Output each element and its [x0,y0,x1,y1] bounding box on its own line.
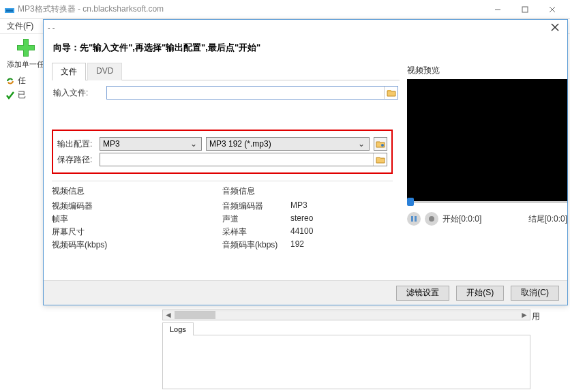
maximize-button[interactable] [511,1,539,18]
video-size-label: 屏幕尺寸 [52,226,120,238]
audio-info-col: 音频信息 音频编码器MP3 声道stereo 采样率44100 音频码率(kbp… [222,185,393,252]
video-encoder-label: 视频编码器 [52,200,120,212]
output-format-select[interactable]: MP3 ⌄ [100,137,202,151]
play-pause-button[interactable] [407,212,421,226]
dialog-footer: 滤镜设置 开始(S) 取消(C) [44,280,567,305]
svg-point-13 [381,144,384,147]
wizard-dialog: - - 向导：先"输入文件",再选择"输出配置",最后点"开始" 文件 DVD … [43,19,568,305]
svg-point-16 [429,216,434,222]
video-preview-panel: 视频预览 [407,62,567,202]
seek-track [407,201,567,203]
dialog-titlebar: - - [44,20,567,35]
output-config-section: 输出配置: MP3 ⌄ MP3 192 (*.mp3) ⌄ 保存路径: [52,130,393,174]
output-config-label: 输出配置: [57,138,95,150]
check-icon [5,91,15,100]
output-profile-select[interactable]: MP3 192 (*.mp3) ⌄ [206,137,370,151]
filter-settings-button[interactable]: 滤镜设置 [396,286,449,301]
scroll-thumb[interactable] [175,311,215,319]
tree-item-label: 已 [18,89,26,101]
video-preview-label: 视频预览 [407,62,567,79]
player-controls: 开始[0:0:0] 结尾[0:0:0] [407,197,567,226]
media-info-section: 视频信息 视频编码器 帧率 屏幕尺寸 视频码率(kbps) 音频信息 音频编码器… [52,181,393,252]
stop-button[interactable] [425,212,438,226]
end-time-group: 结尾[0:0:0] [528,213,567,225]
dialog-close-button[interactable] [547,20,563,34]
end-label: 结尾 [528,214,545,224]
audio-channel-label: 声道 [222,213,290,225]
input-file-field[interactable] [107,87,384,99]
seek-thumb[interactable] [407,198,414,206]
svg-rect-14 [411,216,413,222]
tree-item-label: 任 [18,75,26,87]
main-titlebar: MP3格式转换器 - cn.blacksharksoft.com [0,0,570,19]
audio-bitrate-label: 音频码率(kbps) [222,239,290,251]
logs-textarea[interactable] [162,335,530,389]
plus-icon [15,37,37,59]
add-single-task-label: 添加单一任 [7,59,44,70]
minimize-button[interactable] [484,1,511,18]
cancel-button[interactable]: 取消(C) [511,286,559,301]
browse-input-button[interactable] [384,87,397,99]
video-info-title: 视频信息 [52,185,222,197]
seek-slider[interactable] [407,197,567,207]
horizontal-scrollbar[interactable]: ◄ ► [162,310,530,320]
start-time: [0:0:0] [459,214,481,224]
scroll-right-button[interactable]: ► [519,310,530,320]
output-profile-value: MP3 192 (*.mp3) [209,139,357,149]
audio-bitrate-value: 192 [290,239,304,251]
input-file-wrap [106,86,398,100]
video-preview-area [407,79,567,202]
video-info-col: 视频信息 视频编码器 帧率 屏幕尺寸 视频码率(kbps) [52,185,222,252]
input-file-label: 输入文件: [53,87,101,99]
video-fps-label: 帧率 [52,213,120,225]
audio-channel-value: stereo [290,213,313,225]
output-format-value: MP3 [103,139,189,149]
svg-rect-15 [415,216,417,222]
audio-info-title: 音频信息 [222,185,393,197]
app-icon [4,4,15,15]
svg-rect-2 [6,10,13,12]
chevron-down-icon: ⌄ [189,139,198,149]
close-button[interactable] [539,1,566,18]
menu-file[interactable]: 文件(F) [3,19,38,33]
audio-samplerate-label: 采样率 [222,226,290,238]
svg-rect-10 [18,46,34,50]
save-path-field[interactable] [100,153,373,166]
chevron-down-icon: ⌄ [357,139,366,149]
input-tabstrip: 文件 DVD [52,62,400,80]
audio-encoder-value: MP3 [290,200,308,212]
dialog-title: - - [48,23,547,31]
scroll-track[interactable] [174,310,519,320]
bg-text-fragment: 用 [532,311,540,322]
end-time: [0:0:0] [545,214,567,224]
add-single-task-button[interactable]: 添加单一任 [3,35,48,71]
save-path-wrap [100,153,387,166]
scroll-left-button[interactable]: ◄ [163,310,174,320]
video-bitrate-label: 视频码率(kbps) [52,239,120,251]
window-controls [484,1,566,18]
svg-rect-4 [522,7,528,12]
tab-dvd[interactable]: DVD [87,63,122,80]
wizard-heading: 向导：先"输入文件",再选择"输出配置",最后点"开始" [44,35,567,58]
tab-file[interactable]: 文件 [52,63,86,80]
svg-rect-1 [5,6,14,8]
browse-save-path-button[interactable] [373,153,387,166]
main-window-title: MP3格式转换器 - cn.blacksharksoft.com [18,3,484,15]
refresh-icon [5,76,15,86]
logs-tab[interactable]: Logs [162,322,194,335]
audio-encoder-label: 音频编码器 [222,200,290,212]
save-path-label: 保存路径: [57,154,95,166]
profile-settings-button[interactable] [374,137,387,151]
input-file-row: 输入文件: [52,80,400,101]
start-time-group: 开始[0:0:0] [442,213,481,225]
audio-samplerate-value: 44100 [290,226,313,238]
start-button[interactable]: 开始(S) [456,286,504,301]
start-label: 开始 [442,214,459,224]
logs-panel: Logs [162,322,530,390]
